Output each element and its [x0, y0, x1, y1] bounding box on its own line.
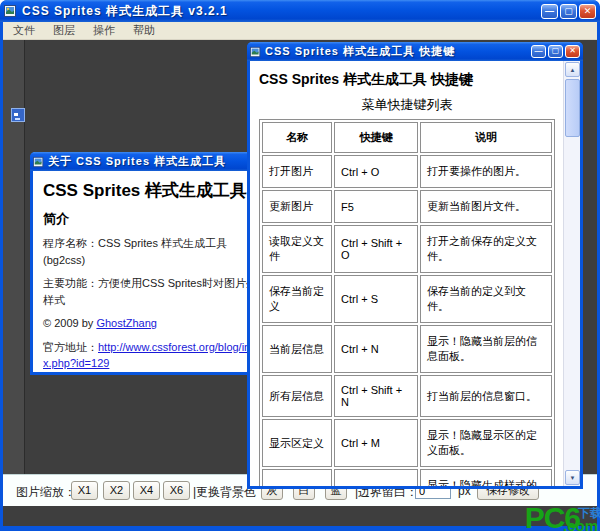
cell-description: 显示！隐藏生成样式的定义面板。 — [420, 469, 552, 486]
shortcuts-heading: CSS Sprites 样式生成工具 快捷键 — [259, 71, 555, 89]
watermark-text-com: .com — [563, 518, 598, 531]
program-name-line: 程序名称：CSS Sprites 样式生成工具(bg2css) — [43, 235, 269, 268]
zoom-x6-button[interactable]: X6 — [163, 481, 190, 500]
menu-shortcuts-table: 名称 快捷键 说明 打开图片 Ctrl + O 打开要操作的图片。 更新图片 F… — [259, 119, 555, 486]
table-row: 打开图片 Ctrl + O 打开要操作的图片。 — [262, 155, 552, 188]
copyright-text: © 2009 by — [43, 317, 96, 329]
pc6-watermark: PC6 下载 .com — [525, 503, 598, 531]
about-dialog-titlebar: 关于 CSS Sprites 样式生成工具 — [30, 152, 282, 171]
about-dialog-title: 关于 CSS Sprites 样式生成工具 — [48, 154, 279, 169]
cell-name: 读取定义文件 — [262, 225, 332, 273]
scrollbar-thumb[interactable] — [565, 79, 580, 137]
cell-name: 所有层信息 — [262, 375, 332, 417]
cell-shortcut: Ctrl + N — [334, 325, 418, 373]
shortcuts-dialog-titlebar: CSS Sprites 样式生成工具 快捷键 — ▢ ✕ — [247, 42, 583, 61]
cell-name: 更新图片 — [262, 190, 332, 223]
about-heading: CSS Sprites 样式生成工具 — [43, 179, 269, 202]
cell-description: 保存当前的定义到文件。 — [420, 275, 552, 323]
cell-name: 当前层信息 — [262, 325, 332, 373]
cell-name: 显示区定义 — [262, 419, 332, 467]
cell-shortcut: Ctrl + S — [334, 275, 418, 323]
shortcuts-window-controls: — ▢ ✕ — [531, 45, 580, 58]
column-header-shortcut: 快捷键 — [334, 122, 418, 153]
menu-file[interactable]: 文件 — [13, 23, 35, 38]
cell-shortcut: Ctrl + O — [334, 155, 418, 188]
main-titlebar: CSS Sprites 样式生成工具 v3.2.1 — ▢ ✕ — [0, 0, 600, 22]
main-window: CSS Sprites 样式生成工具 v3.2.1 — ▢ ✕ 文件 图层 操作… — [0, 0, 600, 531]
menu-shortcuts-table-title: 菜单快捷键列表 — [259, 96, 555, 114]
main-window-title: CSS Sprites 样式生成工具 v3.2.1 — [22, 3, 537, 20]
table-header-row: 名称 快捷键 说明 — [262, 122, 552, 153]
zoom-x1-button[interactable]: X1 — [71, 481, 98, 500]
close-icon[interactable]: ✕ — [565, 45, 580, 58]
maximize-icon[interactable]: ▢ — [560, 4, 577, 19]
app-icon — [33, 156, 45, 168]
column-header-description: 说明 — [420, 122, 552, 153]
shortcuts-dialog-body: CSS Sprites 样式生成工具 快捷键 菜单快捷键列表 名称 快捷键 说明… — [250, 61, 563, 486]
cell-shortcut: Ctrl + P — [334, 469, 418, 486]
main-function-line: 主要功能：方便使用CSS Sprites时对图片生成样式 — [43, 275, 269, 308]
minimize-icon[interactable]: — — [541, 4, 558, 19]
app-icon — [250, 46, 262, 58]
cell-name: 保存当前定义 — [262, 275, 332, 323]
table-row: 生成样式 Ctrl + P 显示！隐藏生成样式的定义面板。 — [262, 469, 552, 486]
zoom-x2-button[interactable]: X2 — [103, 481, 130, 500]
main-window-controls: — ▢ ✕ — [541, 4, 596, 19]
cell-description: 显示！隐藏当前层的信息面板。 — [420, 325, 552, 373]
close-icon[interactable]: ✕ — [579, 4, 596, 19]
cell-description: 打开之前保存的定义文件。 — [420, 225, 552, 273]
table-row: 所有层信息 Ctrl + Shift + N 打当前层的信息窗口。 — [262, 375, 552, 417]
panel-toggle-button[interactable] — [11, 108, 25, 122]
cell-shortcut: Ctrl + M — [334, 419, 418, 467]
vertical-scrollbar[interactable]: ▲ ▼ — [563, 61, 580, 486]
shortcuts-dialog-title: CSS Sprites 样式生成工具 快捷键 — [265, 44, 527, 59]
menu-layer[interactable]: 图层 — [53, 23, 75, 38]
cell-description: 打当前层的信息窗口。 — [420, 375, 552, 417]
menu-bar: 文件 图层 操作 帮助 — [3, 22, 597, 40]
cell-shortcut: F5 — [334, 190, 418, 223]
cell-description: 更新当前图片文件。 — [420, 190, 552, 223]
cell-shortcut: Ctrl + Shift + N — [334, 375, 418, 417]
menu-help[interactable]: 帮助 — [133, 23, 155, 38]
table-row: 读取定义文件 Ctrl + Shift + O 打开之前保存的定义文件。 — [262, 225, 552, 273]
table-row: 保存当前定义 Ctrl + S 保存当前的定义到文件。 — [262, 275, 552, 323]
about-dialog-body: CSS Sprites 样式生成工具 简介 程序名称：CSS Sprites 样… — [33, 171, 279, 372]
cell-name: 打开图片 — [262, 155, 332, 188]
left-panel-strip — [3, 40, 25, 474]
panel-icon — [12, 111, 24, 123]
menu-operate[interactable]: 操作 — [93, 23, 115, 38]
shortcuts-dialog: CSS Sprites 样式生成工具 快捷键 — ▢ ✕ CSS Sprites… — [247, 42, 583, 489]
table-row: 显示区定义 Ctrl + M 显示！隐藏显示区的定义面板。 — [262, 419, 552, 467]
copyright-line: © 2009 by GhostZhang — [43, 315, 269, 332]
minimize-icon[interactable]: — — [531, 45, 546, 58]
intro-heading: 简介 — [43, 210, 269, 228]
table-row: 更新图片 F5 更新当前图片文件。 — [262, 190, 552, 223]
scroll-down-icon[interactable]: ▼ — [565, 470, 580, 485]
maximize-icon[interactable]: ▢ — [548, 45, 563, 58]
author-link[interactable]: GhostZhang — [96, 317, 157, 329]
scroll-up-icon[interactable]: ▲ — [565, 62, 580, 77]
zoom-x4-button[interactable]: X4 — [133, 481, 160, 500]
column-header-name: 名称 — [262, 122, 332, 153]
official-site-line: 官方地址：http://www.cssforest.org/blog/index… — [43, 339, 269, 372]
cell-name: 生成样式 — [262, 469, 332, 486]
cell-description: 显示！隐藏显示区的定义面板。 — [420, 419, 552, 467]
table-row: 当前层信息 Ctrl + N 显示！隐藏当前层的信息面板。 — [262, 325, 552, 373]
cell-shortcut: Ctrl + Shift + O — [334, 225, 418, 273]
official-site-label: 官方地址： — [43, 341, 98, 353]
zoom-label: 图片缩放： — [16, 484, 76, 501]
cell-description: 打开要操作的图片。 — [420, 155, 552, 188]
about-dialog: 关于 CSS Sprites 样式生成工具 CSS Sprites 样式生成工具… — [30, 152, 282, 375]
app-icon — [4, 4, 18, 18]
